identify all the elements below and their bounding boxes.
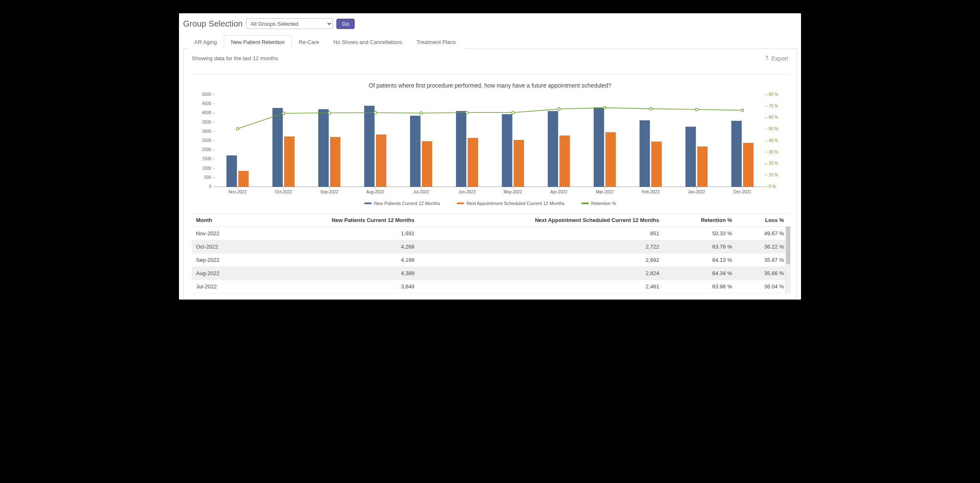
svg-text:4000: 4000: [202, 110, 212, 115]
table-scrollbar[interactable]: [785, 226, 791, 293]
group-selection-bar: Group Selection All Groups Selected Go: [183, 18, 797, 35]
tab-new-patient-retention[interactable]: New Patient Retention: [224, 35, 292, 49]
group-selection-dropdown[interactable]: All Groups Selected: [246, 18, 333, 29]
svg-text:5000: 5000: [202, 92, 212, 97]
table-row: Sep-20224,1982,69264.13 %35.87 %: [192, 254, 788, 267]
cell-new: 4,268: [250, 240, 419, 254]
data-table-wrap: Month New Patients Current 12 Months Nex…: [192, 213, 788, 293]
legend-item-retention[interactable]: Retention %: [581, 201, 616, 206]
svg-point-97: [603, 106, 606, 109]
svg-point-89: [236, 127, 239, 130]
svg-text:1500: 1500: [202, 156, 212, 161]
cell-next: 2,722: [419, 240, 663, 254]
svg-rect-65: [502, 115, 512, 187]
svg-text:3000: 3000: [202, 129, 212, 134]
svg-text:500: 500: [204, 175, 211, 180]
legend-label-next: Next Appointment Scheduled Current 12 Mo…: [467, 201, 565, 206]
svg-rect-81: [686, 127, 696, 187]
svg-rect-53: [364, 106, 374, 187]
cell-new: 1,691: [250, 227, 419, 240]
col-next[interactable]: Next Appointment Scheduled Current 12 Mo…: [419, 214, 663, 227]
svg-rect-58: [422, 141, 432, 187]
svg-text:50 %: 50 %: [769, 127, 778, 131]
svg-text:4500: 4500: [202, 101, 212, 106]
table-header-row: Month New Patients Current 12 Months Nex…: [192, 214, 788, 227]
legend-item-new[interactable]: New Patients Current 12 Months: [364, 201, 440, 206]
col-new[interactable]: New Patients Current 12 Months: [250, 214, 419, 227]
svg-text:1000: 1000: [202, 166, 212, 171]
tab-ar-aging[interactable]: AR Aging: [187, 35, 224, 49]
svg-rect-77: [640, 120, 650, 187]
svg-point-96: [558, 107, 560, 110]
svg-rect-41: [227, 156, 237, 187]
svg-text:Dec-2021: Dec-2021: [733, 190, 752, 194]
go-button[interactable]: Go: [336, 19, 354, 29]
legend-swatch-new: [364, 202, 372, 204]
svg-text:Jun-2022: Jun-2022: [458, 190, 476, 194]
col-loss[interactable]: Loss %: [736, 214, 788, 227]
svg-text:0: 0: [209, 184, 211, 189]
legend-swatch-retention: [581, 202, 589, 204]
svg-point-99: [695, 108, 698, 111]
app-root: Group Selection All Groups Selected Go A…: [179, 13, 801, 300]
export-label: Export: [772, 55, 788, 62]
export-icon: [764, 55, 770, 62]
svg-rect-42: [238, 171, 248, 187]
cell-month: Nov-2022: [192, 227, 250, 240]
tabstrip: AR Aging New Patient Retention Re-Care N…: [183, 35, 797, 49]
tab-re-care[interactable]: Re-Care: [292, 35, 326, 49]
svg-rect-46: [284, 137, 294, 187]
svg-rect-85: [732, 121, 742, 187]
svg-rect-86: [743, 143, 753, 187]
col-month[interactable]: Month: [192, 214, 250, 227]
svg-rect-62: [468, 138, 478, 187]
tab-no-shows-cancellations[interactable]: No Shows and Cancellations: [326, 35, 409, 49]
svg-point-92: [374, 111, 376, 114]
svg-text:0 %: 0 %: [769, 184, 776, 189]
svg-text:Sep-2022: Sep-2022: [321, 190, 339, 194]
svg-text:3500: 3500: [202, 120, 212, 124]
cell-next: 851: [419, 227, 663, 240]
cell-month: Sep-2022: [192, 254, 250, 267]
svg-text:2500: 2500: [202, 138, 212, 143]
table-row: Jul-20223,8482,46163.96 %36.04 %: [192, 280, 788, 293]
svg-rect-70: [560, 136, 570, 187]
svg-rect-61: [456, 111, 466, 187]
svg-text:Nov-2022: Nov-2022: [229, 190, 247, 194]
legend-swatch-next: [457, 202, 464, 204]
svg-text:Oct-2022: Oct-2022: [275, 190, 292, 194]
svg-rect-49: [318, 110, 328, 187]
cell-loss: 35.87 %: [736, 254, 788, 267]
cell-loss: 35.66 %: [736, 267, 788, 280]
cell-next: 2,461: [419, 280, 663, 293]
svg-text:70 %: 70 %: [769, 104, 778, 108]
svg-rect-50: [330, 137, 340, 187]
svg-text:20 %: 20 %: [769, 161, 778, 166]
tab-treatment-plans[interactable]: Treatment Plans: [409, 35, 463, 49]
export-button[interactable]: Export: [764, 55, 788, 62]
svg-text:2000: 2000: [202, 147, 212, 152]
scrollbar-thumb[interactable]: [786, 227, 790, 264]
cell-month: Aug-2022: [192, 267, 250, 280]
svg-point-94: [466, 111, 468, 114]
svg-point-95: [512, 111, 514, 114]
cell-loss: 36.22 %: [736, 240, 788, 254]
table-row: Nov-20221,69185150.33 %49.67 %: [192, 227, 788, 240]
svg-text:30 %: 30 %: [769, 150, 778, 154]
cell-next: 2,692: [419, 254, 663, 267]
svg-text:May-2022: May-2022: [504, 190, 522, 194]
legend-item-next[interactable]: Next Appointment Scheduled Current 12 Mo…: [457, 201, 565, 206]
svg-point-91: [328, 112, 331, 114]
table-row: Aug-20224,3892,82464.34 %35.66 %: [192, 267, 788, 280]
svg-text:Feb-2022: Feb-2022: [642, 190, 660, 194]
cell-loss: 49.67 %: [736, 227, 788, 240]
svg-rect-69: [548, 111, 558, 187]
svg-point-100: [741, 109, 744, 112]
cell-next: 2,824: [419, 267, 663, 280]
cell-ret: 64.34 %: [663, 267, 736, 280]
svg-text:80 %: 80 %: [769, 92, 778, 97]
svg-rect-45: [272, 108, 282, 187]
svg-point-93: [420, 112, 422, 114]
chart-legend: New Patients Current 12 Months Next Appo…: [192, 201, 788, 206]
col-retention[interactable]: Retention %: [663, 214, 736, 227]
